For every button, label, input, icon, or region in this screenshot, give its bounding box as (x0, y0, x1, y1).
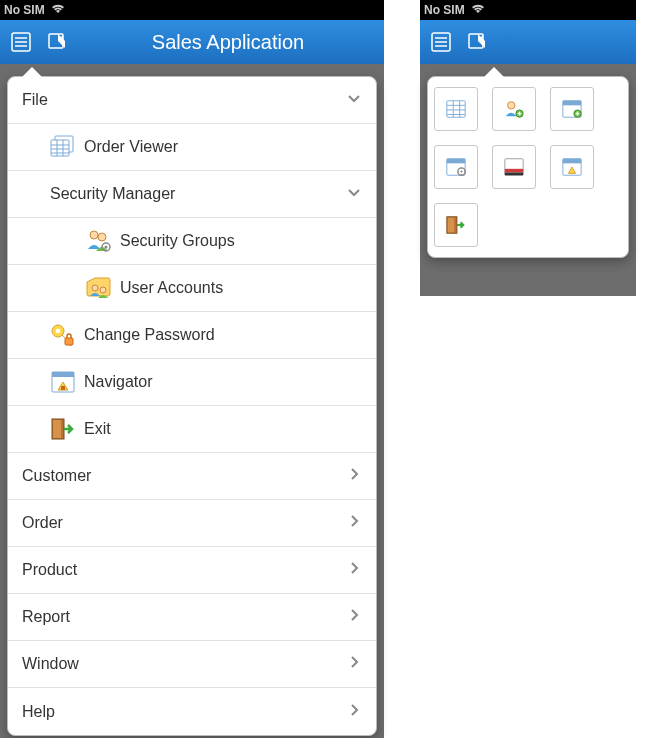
menu-report-label: Report (22, 608, 70, 626)
svg-rect-50 (563, 159, 581, 164)
menu-exit[interactable]: Exit (8, 406, 376, 453)
menu-product-label: Product (22, 561, 77, 579)
menu-help[interactable]: Help (8, 688, 376, 735)
user-accounts-icon (86, 275, 112, 301)
menu-customer-label: Customer (22, 467, 91, 485)
menu-change-password-label: Change Password (84, 326, 215, 344)
svg-rect-48 (505, 173, 523, 176)
menu-navigator-label: Navigator (84, 373, 152, 391)
top-bar (420, 20, 636, 64)
menu-order-viewer[interactable]: Order Viewer (8, 124, 376, 171)
svg-point-37 (508, 102, 515, 109)
chevron-right-icon (346, 607, 362, 627)
grid-user-accounts[interactable] (550, 87, 594, 131)
menu-popover: File Order Viewer Security Manager Secur… (7, 76, 377, 736)
svg-rect-6 (51, 140, 69, 156)
svg-point-12 (90, 231, 98, 239)
svg-rect-23 (61, 386, 65, 390)
menu-security-manager[interactable]: Security Manager (8, 171, 376, 218)
menu-change-password[interactable]: Change Password (8, 312, 376, 359)
menu-file-label: File (22, 91, 48, 109)
menu-security-groups[interactable]: Security Groups (8, 218, 376, 265)
menu-navigator[interactable]: Navigator (8, 359, 376, 406)
chevron-down-icon (346, 184, 362, 204)
grid-change-password[interactable] (434, 145, 478, 189)
menu-grid-button[interactable] (42, 27, 72, 57)
chevron-right-icon (346, 654, 362, 674)
svg-point-13 (98, 233, 106, 241)
svg-rect-47 (505, 169, 523, 173)
svg-point-17 (100, 287, 106, 293)
grid-popover (427, 76, 629, 258)
exit-icon (50, 416, 76, 442)
grid-report[interactable] (492, 145, 536, 189)
menu-user-accounts-label: User Accounts (120, 279, 223, 297)
menu-order[interactable]: Order (8, 500, 376, 547)
menu-product[interactable]: Product (8, 547, 376, 594)
chevron-down-icon (346, 90, 362, 110)
menu-order-viewer-label: Order Viewer (84, 138, 178, 156)
chevron-right-icon (346, 466, 362, 486)
menu-customer[interactable]: Customer (8, 453, 376, 500)
svg-rect-40 (563, 101, 581, 106)
no-sim-label: No SIM (424, 3, 465, 17)
security-groups-icon (86, 228, 112, 254)
no-sim-label: No SIM (4, 3, 45, 17)
chevron-right-icon (346, 560, 362, 580)
svg-rect-52 (448, 218, 454, 233)
svg-rect-43 (447, 159, 465, 164)
chevron-right-icon (346, 702, 362, 722)
menu-security-manager-label: Security Manager (50, 185, 175, 203)
menu-list-button[interactable] (6, 27, 36, 57)
wifi-icon (51, 3, 65, 17)
grid-exit[interactable] (434, 203, 478, 247)
svg-rect-22 (52, 372, 74, 377)
menu-report[interactable]: Report (8, 594, 376, 641)
menu-user-accounts[interactable]: User Accounts (8, 265, 376, 312)
svg-rect-25 (53, 420, 61, 438)
shortcut-grid (428, 77, 628, 257)
wifi-icon (471, 3, 485, 17)
menu-list-button[interactable] (426, 27, 456, 57)
menu-help-label: Help (22, 703, 55, 721)
chevron-right-icon (346, 513, 362, 533)
menu-file[interactable]: File (8, 77, 376, 124)
menu-order-label: Order (22, 514, 63, 532)
top-bar: Sales Application (0, 20, 384, 64)
app-title: Sales Application (78, 31, 378, 54)
grid-security-groups[interactable] (492, 87, 536, 131)
grid-order-viewer[interactable] (434, 87, 478, 131)
svg-point-45 (460, 170, 462, 172)
menu-window[interactable]: Window (8, 641, 376, 688)
grid-navigator[interactable] (550, 145, 594, 189)
status-bar: No SIM (420, 0, 636, 20)
navigator-icon (50, 369, 76, 395)
phone-right: No SIM (420, 0, 636, 296)
svg-point-16 (92, 285, 98, 291)
phone-left: No SIM Sales Application File Order View… (0, 0, 384, 738)
svg-rect-20 (65, 338, 73, 345)
status-bar: No SIM (0, 0, 384, 20)
change-password-icon (50, 322, 76, 348)
menu-security-groups-label: Security Groups (120, 232, 235, 250)
menu-exit-label: Exit (84, 420, 111, 438)
order-viewer-icon (50, 134, 76, 160)
menu-window-label: Window (22, 655, 79, 673)
svg-point-19 (56, 329, 61, 334)
menu-grid-button[interactable] (462, 27, 492, 57)
svg-point-15 (105, 246, 108, 249)
